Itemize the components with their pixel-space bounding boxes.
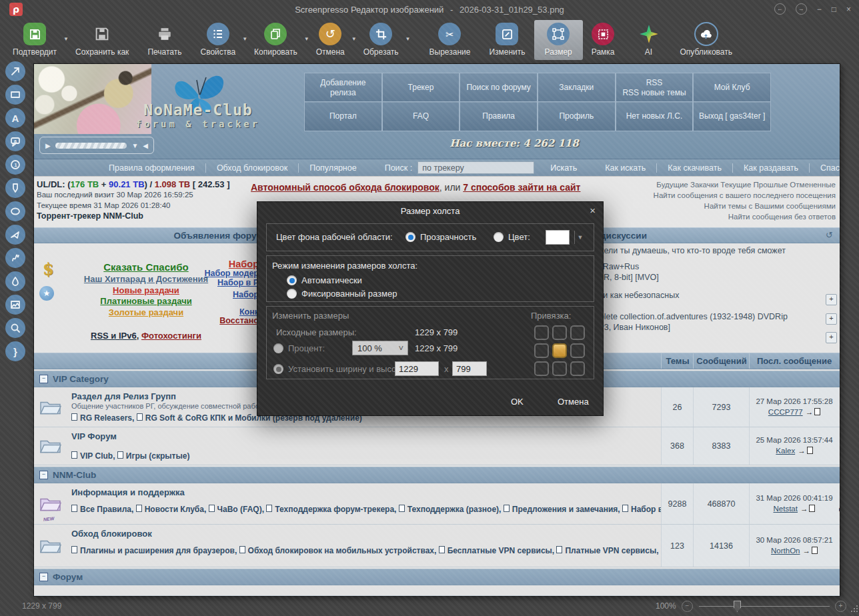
publish-button[interactable]: Опубликовать <box>676 20 737 57</box>
crop-dropdown-icon[interactable]: ▼ <box>405 36 411 42</box>
anchor-center-selected[interactable] <box>552 343 567 358</box>
subforum-link[interactable]: Игры (скрытые) <box>117 451 190 461</box>
modify-button[interactable]: Изменить <box>484 20 530 57</box>
resize-grip[interactable] <box>854 611 855 612</box>
expand-button[interactable]: + <box>826 294 837 305</box>
bypass-link-1[interactable]: Автономный способ обхода блокировок <box>251 182 440 193</box>
forum-title-link[interactable]: VIP Форум <box>71 427 658 441</box>
magnifier-tool[interactable] <box>5 318 25 338</box>
menu-item[interactable]: Трекер <box>382 73 460 103</box>
properties-dropdown-icon[interactable]: ▼ <box>242 36 247 42</box>
goto-icon[interactable]: → <box>806 408 814 416</box>
menu-item[interactable]: Профиль <box>538 101 616 131</box>
anchor-top-center[interactable] <box>552 325 567 340</box>
forum-logo[interactable]: NoNaMe-Club forum & tracker <box>119 101 277 129</box>
auto-radio[interactable]: Автоматически <box>287 275 362 285</box>
expand-button[interactable]: + <box>826 332 837 343</box>
bypass-link-2[interactable]: 7 способов зайти на сайт <box>463 182 580 193</box>
subforum-link[interactable]: Плагины и расширения для браузеров <box>71 546 239 555</box>
transparency-radio[interactable]: Прозрачность <box>405 232 476 242</box>
save-as-button[interactable]: Сохранить как <box>71 20 133 57</box>
subnav-link[interactable]: Популярное <box>299 163 367 173</box>
subforum-link[interactable]: Бесплатные VPN сервисы <box>439 546 557 555</box>
menu-item[interactable]: Поиск по форуму <box>460 73 538 103</box>
menu-item[interactable]: Выход [ gas34ter ] <box>693 101 771 131</box>
menu-item[interactable]: Нет новых Л.С. <box>616 101 694 131</box>
volume-icon[interactable]: ◀ <box>143 142 148 149</box>
progress-bar[interactable] <box>55 143 127 149</box>
quick-link[interactable]: Будущие Закачки Текущие Прошлые Отмененн… <box>654 179 836 190</box>
search-button[interactable]: Искать <box>542 163 585 173</box>
minimize-button[interactable]: − <box>817 4 822 15</box>
collapse-icon[interactable]: − <box>39 471 48 479</box>
goto-icon[interactable]: → <box>798 447 806 455</box>
history-forward-icon[interactable]: → <box>796 3 807 15</box>
last-post-user-link[interactable]: Kalex <box>776 447 795 455</box>
subnav-link[interactable]: Правила оформления <box>98 163 206 173</box>
collapse-icon[interactable]: − <box>39 375 48 383</box>
subforum-link[interactable]: Все Правила <box>71 505 136 514</box>
forum-title-link[interactable]: Обход блокировок <box>71 525 658 539</box>
undo-button[interactable]: ↺ Отмена <box>311 20 349 57</box>
properties-button[interactable]: Свойства <box>195 20 240 57</box>
recruit-link[interactable]: Набор в Р <box>34 279 259 288</box>
play-icon[interactable]: ▶ <box>45 142 51 149</box>
zoom-in-button[interactable]: + <box>835 601 846 612</box>
ellipse-tool[interactable] <box>5 201 25 221</box>
blur-drop-tool[interactable] <box>5 271 25 291</box>
image-tool[interactable] <box>5 295 25 315</box>
recruit-link[interactable]: Набор <box>34 291 259 300</box>
copy-button[interactable]: Копировать <box>249 20 302 57</box>
subforum-link[interactable]: Новости Клуба <box>136 505 209 514</box>
subforum-link[interactable]: Обход блокировок на мобильных устройства… <box>239 546 439 555</box>
zoom-slider-track[interactable] <box>699 606 830 607</box>
subforum-link[interactable]: Предложения и замечания <box>504 505 622 514</box>
subforum-link[interactable]: VIP Club <box>71 451 117 461</box>
cut-out-button[interactable]: ✂ Вырезание <box>425 20 476 57</box>
rss-ipv6-link[interactable]: RSS и IPv6 <box>91 331 137 341</box>
width-input[interactable] <box>395 361 439 376</box>
history-back-icon[interactable]: ← <box>774 3 786 15</box>
polygon-tool[interactable] <box>5 225 25 245</box>
highlighter-tool[interactable] <box>5 178 25 198</box>
forum-title-link[interactable]: Информация и поддержка <box>71 483 658 497</box>
curly-brace-tool[interactable]: } <box>5 341 25 361</box>
subforum-link[interactable]: RG Releasers <box>71 413 137 423</box>
menu-item[interactable]: Правила <box>460 101 538 131</box>
freehand-tool[interactable] <box>5 248 25 268</box>
color-radio[interactable]: Цвет: <box>494 232 530 242</box>
subnav-link[interactable]: Обход блокировок <box>206 163 299 173</box>
ok-button[interactable]: OK <box>511 397 524 407</box>
confirm-dropdown-icon[interactable]: ▼ <box>63 36 69 42</box>
photo-hosting-link[interactable]: Фотохостинги <box>141 331 201 341</box>
refresh-icon[interactable]: ↺ <box>826 230 833 240</box>
quick-link[interactable]: Найти темы с Вашими сообщениями <box>654 201 836 211</box>
menu-item[interactable]: Мой Клуб <box>693 73 771 103</box>
copy-dropdown-icon[interactable]: ▼ <box>304 36 309 42</box>
zoom-slider-handle[interactable] <box>734 601 741 612</box>
fixed-size-radio[interactable]: Фиксированный размер <box>287 289 397 299</box>
quick-link[interactable]: Найти сообщения без ответов <box>654 211 836 222</box>
print-button[interactable]: Печатать <box>143 20 186 57</box>
subforum-link[interactable]: Техподдержка форум-трекера <box>266 505 398 514</box>
menu-item[interactable]: Закладки <box>538 73 616 103</box>
menu-item[interactable]: FAQ <box>382 101 460 131</box>
anchor-bottom-right[interactable] <box>570 361 585 376</box>
arrow-tool[interactable] <box>5 61 25 81</box>
undo-dropdown-icon[interactable]: ▼ <box>351 36 357 42</box>
subforum-link[interactable]: ЧаВо (FAQ) <box>209 505 267 514</box>
color-swatch[interactable] <box>546 230 570 245</box>
crop-button[interactable]: Обрезать <box>359 20 403 57</box>
set-width-height-radio[interactable]: Установить ширину и высоту: <box>273 364 407 374</box>
text-tool[interactable]: A <box>5 108 25 128</box>
category-nnm-club[interactable]: − NNM-Club <box>34 467 840 483</box>
close-button[interactable]: × <box>846 4 851 15</box>
recruit-link[interactable]: Восстано <box>34 317 259 326</box>
collapse-icon[interactable]: − <box>39 573 48 581</box>
goto-icon[interactable]: → <box>802 547 810 555</box>
frame-button[interactable]: Рамка <box>587 20 620 57</box>
confirm-button[interactable]: Подтвердит <box>8 20 61 57</box>
expand-button[interactable]: + <box>826 313 837 325</box>
anchor-bottom-left[interactable] <box>534 361 549 376</box>
menu-item[interactable]: RSS RSS новые темы <box>616 73 694 103</box>
